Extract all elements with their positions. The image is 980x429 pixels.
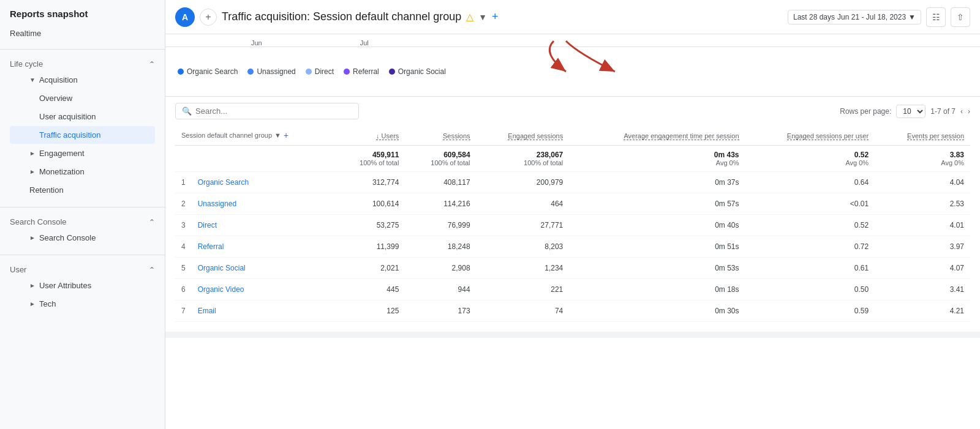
col-channel-filter-icon[interactable]: ▼: [274, 132, 281, 139]
row-engaged-sessions-6: 74: [477, 300, 570, 322]
col-engaged-per-user-label[interactable]: Engaged sessions per user: [787, 132, 869, 140]
next-page-icon[interactable]: ›: [968, 107, 970, 116]
col-events-per-session-label[interactable]: Events per session: [907, 132, 964, 140]
row-channel-3[interactable]: Referral: [192, 236, 334, 258]
user-acquisition-label: User acquisition: [39, 112, 96, 121]
sidebar-item-search-console[interactable]: ► Search Console: [10, 229, 155, 247]
table-controls: 🔍 Rows per page: 10 25 50 1-7 of 7 ‹ ›: [175, 97, 970, 125]
row-users-5: 445: [334, 279, 405, 300]
data-table: Session default channel group ▼ + ↓ User…: [175, 125, 970, 322]
row-num-3: 4: [175, 236, 192, 258]
search-console-label: Search Console: [39, 233, 96, 242]
header-add-icon[interactable]: +: [492, 10, 499, 23]
row-channel-0[interactable]: Organic Search: [192, 172, 334, 193]
sidebar-item-realtime[interactable]: Realtime: [0, 25, 165, 44]
total-events-per-session-value: 3.83: [950, 151, 964, 159]
search-console-section-header[interactable]: Search Console ⌃: [10, 217, 155, 226]
triangle-icon-monetization: ►: [29, 168, 36, 175]
search-input[interactable]: [195, 106, 352, 116]
row-engaged-per-user-4: 0.61: [745, 258, 875, 279]
triangle-icon-engagement: ►: [29, 150, 36, 157]
row-users-4: 2,021: [334, 258, 405, 279]
sidebar-item-monetization[interactable]: ► Monetization: [10, 163, 155, 181]
sidebar-item-tech[interactable]: ► Tech: [10, 295, 155, 313]
overview-label: Overview: [39, 94, 72, 103]
row-engaged-sessions-5: 221: [477, 279, 570, 300]
search-box[interactable]: 🔍: [175, 103, 359, 119]
sidebar-item-engagement[interactable]: ► Engagement: [10, 144, 155, 162]
total-sessions-value: 609,584: [443, 151, 470, 159]
col-users-label[interactable]: ↓ Users: [376, 132, 399, 140]
triangle-icon: ▼: [29, 76, 36, 83]
row-channel-4[interactable]: Organic Social: [192, 258, 334, 279]
header-dropdown-arrow[interactable]: ▼: [478, 12, 487, 22]
row-channel-5[interactable]: Organic Video: [192, 279, 334, 300]
content-area: Jun Jul Organic Search Unassigned Direct…: [165, 34, 980, 429]
sidebar-item-user-attributes[interactable]: ► User Attributes: [10, 277, 155, 294]
row-events-per-session-1: 2.53: [875, 193, 970, 215]
add-button[interactable]: +: [200, 9, 217, 26]
col-channel-plus-icon[interactable]: +: [284, 130, 288, 140]
total-users-cell: 459,911 100% of total: [334, 146, 405, 172]
col-header-engaged-sessions[interactable]: Engaged sessions: [477, 125, 570, 146]
col-header-sessions[interactable]: Sessions: [405, 125, 476, 146]
row-avg-engagement-6: 0m 30s: [569, 300, 745, 322]
sidebar-item-retention[interactable]: Retention: [10, 181, 155, 199]
total-avg-engagement-cell: 0m 43s Avg 0%: [569, 146, 745, 172]
row-avg-engagement-4: 0m 53s: [569, 258, 745, 279]
col-header-engaged-per-user[interactable]: Engaged sessions per user: [745, 125, 875, 146]
row-avg-engagement-2: 0m 40s: [569, 215, 745, 236]
table-section: 🔍 Rows per page: 10 25 50 1-7 of 7 ‹ ›: [165, 97, 980, 332]
user-attributes-label: User Attributes: [39, 281, 91, 290]
legend-item-organic-social: Organic Social: [389, 67, 446, 76]
date-range-picker[interactable]: Last 28 days Jun 21 - Jul 18, 2023 ▼: [788, 10, 921, 24]
sidebar-item-overview[interactable]: Overview: [10, 89, 155, 107]
row-avg-engagement-3: 0m 51s: [569, 236, 745, 258]
row-channel-1[interactable]: Unassigned: [192, 193, 334, 215]
tech-label: Tech: [39, 299, 56, 308]
sidebar-item-acquisition[interactable]: ▼ Acquisition: [10, 71, 155, 89]
legend-label-direct: Direct: [315, 67, 334, 76]
col-header-events-per-session[interactable]: Events per session: [875, 125, 970, 146]
total-sessions-cell: 609,584 100% of total: [405, 146, 476, 172]
table-row: 5 Organic Social 2,021 2,908 1,234 0m 53…: [175, 258, 970, 279]
share-icon-btn[interactable]: ⇧: [951, 7, 970, 27]
user-section-header[interactable]: User ⌃: [10, 265, 155, 274]
row-channel-6[interactable]: Email: [192, 300, 334, 322]
search-console-section-label: Search Console: [10, 217, 67, 226]
warning-icon: △: [466, 11, 473, 23]
total-avg-engagement-value: 0m 43s: [714, 151, 739, 159]
row-num-2: 3: [175, 215, 192, 236]
prev-page-icon[interactable]: ‹: [960, 107, 963, 116]
page-header: A + Traffic acquisition: Session default…: [165, 0, 980, 34]
row-events-per-session-4: 4.07: [875, 258, 970, 279]
total-users-sub: 100% of total: [360, 159, 399, 166]
legend-label-organic-search: Organic Search: [187, 67, 238, 76]
col-header-avg-engagement[interactable]: Average engagement time per session: [569, 125, 745, 146]
page-info: 1-7 of 7: [930, 107, 956, 116]
col-sessions-label[interactable]: Sessions: [443, 132, 470, 140]
row-channel-2[interactable]: Direct: [192, 215, 334, 236]
sidebar-item-traffic-acquisition[interactable]: Traffic acquisition: [10, 126, 155, 144]
row-engaged-sessions-3: 8,203: [477, 236, 570, 258]
col-avg-engagement-label[interactable]: Average engagement time per session: [624, 132, 739, 140]
legend-dot-unassigned: [247, 69, 254, 75]
row-sessions-1: 114,216: [405, 193, 476, 215]
rows-per-page-select[interactable]: 10 25 50: [896, 105, 925, 118]
horizontal-scrollbar[interactable]: [165, 332, 980, 338]
row-avg-engagement-0: 0m 37s: [569, 172, 745, 193]
row-events-per-session-5: 3.41: [875, 279, 970, 300]
lifecycle-section-header[interactable]: Life cycle ⌃: [10, 59, 155, 69]
row-avg-engagement-1: 0m 57s: [569, 193, 745, 215]
row-engaged-per-user-3: 0.72: [745, 236, 875, 258]
col-header-users[interactable]: ↓ Users: [334, 125, 405, 146]
row-engaged-per-user-1: <0.01: [745, 193, 875, 215]
total-users-value: 459,911: [372, 151, 399, 159]
chart-icon-btn[interactable]: ☷: [926, 7, 946, 27]
row-sessions-0: 408,117: [405, 172, 476, 193]
sidebar-item-user-acquisition[interactable]: User acquisition: [10, 108, 155, 125]
row-num-0: 1: [175, 172, 192, 193]
col-engaged-sessions-label[interactable]: Engaged sessions: [508, 132, 563, 140]
triangle-icon-ua: ►: [29, 282, 36, 289]
user-section-label: User: [10, 265, 26, 274]
